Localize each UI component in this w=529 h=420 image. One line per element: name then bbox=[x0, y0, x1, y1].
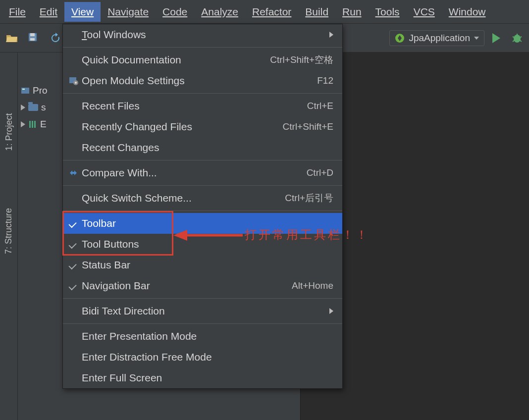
menu-file[interactable]: File bbox=[2, 2, 33, 22]
menu-separator bbox=[63, 47, 342, 48]
svg-rect-2 bbox=[30, 38, 35, 41]
svg-rect-12 bbox=[29, 121, 31, 128]
svg-rect-13 bbox=[32, 121, 33, 128]
menu-item-enter-presentation-mode[interactable]: Enter Presentation Mode bbox=[63, 326, 342, 347]
tree-row[interactable]: Pro bbox=[18, 82, 62, 99]
check-icon bbox=[70, 217, 77, 229]
expand-icon bbox=[21, 121, 25, 127]
menu-separator bbox=[63, 323, 342, 324]
left-gutter: 1: Project 7: Structure bbox=[0, 52, 18, 420]
menu-item-tool-buttons[interactable]: Tool Buttons bbox=[63, 234, 342, 255]
expand-icon bbox=[21, 105, 25, 110]
menu-code[interactable]: Code bbox=[156, 2, 194, 22]
menu-separator bbox=[63, 298, 342, 299]
menu-item-recent-changes[interactable]: Recent Changes bbox=[63, 137, 342, 158]
run-configuration-label: JpaApplication bbox=[409, 33, 470, 44]
menu-vcs[interactable]: VCS bbox=[407, 2, 442, 22]
module-settings-icon bbox=[65, 76, 82, 86]
menu-edit[interactable]: Edit bbox=[33, 2, 64, 22]
menu-separator bbox=[63, 160, 342, 160]
chevron-down-icon bbox=[474, 36, 479, 41]
check-icon bbox=[70, 238, 77, 250]
tree-row[interactable]: E bbox=[18, 116, 62, 133]
folder-icon bbox=[28, 104, 38, 111]
menu-item-toolbar[interactable]: Toolbar bbox=[63, 213, 342, 234]
menu-item-bidi-text-direction[interactable]: Bidi Text Direction bbox=[63, 301, 342, 321]
module-icon bbox=[21, 86, 30, 95]
svg-rect-10 bbox=[21, 88, 29, 94]
save-all-icon[interactable] bbox=[27, 31, 41, 45]
menu-separator bbox=[63, 93, 342, 94]
project-tree: Pro s E bbox=[18, 52, 62, 420]
menu-item-tool-windows[interactable]: TTool Windowsool Windows bbox=[63, 24, 342, 45]
menu-navigate[interactable]: Navigate bbox=[101, 2, 156, 22]
run-button[interactable] bbox=[489, 31, 503, 45]
sync-icon[interactable] bbox=[49, 31, 62, 45]
menu-item-enter-full-screen[interactable]: Enter Full Screen bbox=[63, 368, 342, 388]
menu-item-navigation-bar[interactable]: Navigation Bar Alt+Home bbox=[63, 275, 342, 296]
menu-separator bbox=[63, 210, 342, 211]
svg-rect-14 bbox=[34, 121, 36, 128]
library-icon bbox=[28, 120, 37, 129]
compare-icon bbox=[65, 168, 82, 177]
menu-item-enter-distraction-free-mode[interactable]: Enter Distraction Free Mode bbox=[63, 347, 342, 368]
menu-run[interactable]: Run bbox=[335, 2, 369, 22]
check-icon bbox=[70, 259, 77, 271]
menu-bar: File Edit View Navigate Code Analyze Ref… bbox=[0, 0, 529, 24]
svg-line-9 bbox=[520, 40, 522, 42]
check-icon bbox=[70, 280, 77, 292]
tree-row[interactable]: s bbox=[18, 99, 62, 116]
menu-tools[interactable]: Tools bbox=[369, 2, 407, 22]
menu-item-status-bar[interactable]: Status Bar bbox=[63, 255, 342, 275]
open-icon[interactable] bbox=[5, 31, 19, 45]
menu-item-quick-switch-scheme[interactable]: Quick Switch Scheme... Ctrl+后引号 bbox=[63, 188, 342, 209]
svg-rect-1 bbox=[30, 33, 35, 36]
view-menu-dropdown: TTool Windowsool Windows Quick Documenta… bbox=[62, 24, 343, 389]
svg-rect-11 bbox=[22, 89, 25, 90]
menu-window[interactable]: Window bbox=[442, 2, 493, 22]
menu-item-quick-documentation[interactable]: Quick Documentation Ctrl+Shift+空格 bbox=[63, 50, 342, 70]
menu-item-recent-files[interactable]: Recent Files Ctrl+E bbox=[63, 96, 342, 116]
menu-build[interactable]: Build bbox=[298, 2, 335, 22]
menu-view[interactable]: View bbox=[64, 2, 101, 22]
menu-item-compare-with[interactable]: Compare With... Ctrl+D bbox=[63, 162, 342, 183]
gutter-tab-structure[interactable]: 7: Structure bbox=[0, 191, 18, 270]
submenu-arrow-icon bbox=[329, 308, 333, 314]
gutter-tab-project[interactable]: 1: Project bbox=[0, 97, 18, 166]
menu-separator bbox=[63, 185, 342, 186]
svg-line-8 bbox=[513, 40, 515, 42]
menu-refactor[interactable]: Refactor bbox=[245, 2, 298, 22]
menu-item-open-module-settings[interactable]: Open Module Settings F12 bbox=[63, 70, 342, 91]
svg-point-17 bbox=[75, 82, 77, 84]
spring-boot-icon bbox=[395, 33, 405, 43]
svg-point-4 bbox=[514, 35, 521, 43]
debug-button[interactable] bbox=[510, 31, 524, 45]
menu-analyze[interactable]: Analyze bbox=[194, 2, 245, 22]
submenu-arrow-icon bbox=[329, 32, 333, 38]
run-configuration-selector[interactable]: JpaApplication bbox=[389, 30, 484, 46]
menu-item-recently-changed-files[interactable]: Recently Changed Files Ctrl+Shift+E bbox=[63, 116, 342, 137]
